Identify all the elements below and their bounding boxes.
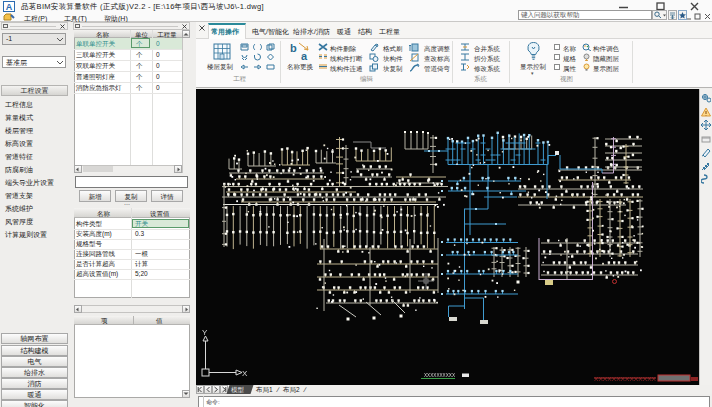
svg-text:XXXXXXXXXX: XXXXXXXXXX (424, 373, 455, 378)
svg-text:X: X (242, 369, 248, 378)
svg-text:Y: Y (202, 328, 208, 337)
svg-text:XXXXXXXXXXXXXX: XXXXXXXXXXXXXX (594, 376, 656, 382)
